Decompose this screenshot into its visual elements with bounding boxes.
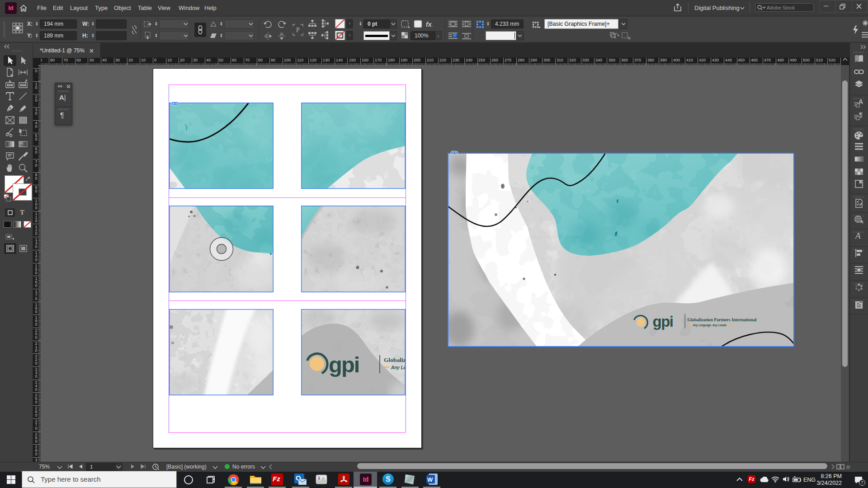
svg-text:gpi: gpi: [653, 313, 673, 330]
svg-text:A: A: [854, 231, 861, 240]
svg-text:λ: λ: [318, 476, 321, 481]
svg-text:¶: ¶: [859, 111, 863, 118]
svg-text:あ: あ: [321, 476, 326, 481]
svg-text:Any Loc: Any Loc: [391, 365, 406, 370]
svg-text:gpi: gpi: [329, 352, 359, 377]
svg-text:P: P: [296, 27, 300, 33]
svg-text:Globalization Partners Interna: Globalization Partners International: [688, 318, 757, 322]
svg-text:A: A: [859, 98, 863, 105]
svg-text:Any Language. Any Locale.: Any Language. Any Locale.: [693, 323, 727, 327]
svg-text:Globaliz: Globaliz: [384, 357, 406, 363]
